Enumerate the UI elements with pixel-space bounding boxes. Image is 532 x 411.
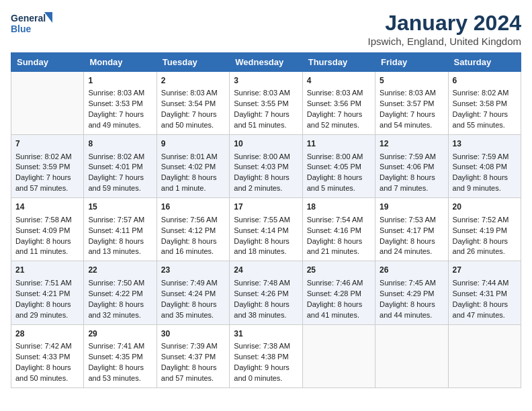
day-info: Sunrise: 7:48 AM [234,278,298,289]
day-number: 23 [161,265,225,276]
calendar-cell: 8Sunrise: 8:02 AMSunset: 4:01 PMDaylight… [84,135,157,198]
day-info: and 18 minutes. [234,246,298,257]
day-info: Sunrise: 8:03 AM [380,88,443,99]
day-info: Daylight: 8 hours [88,236,152,247]
day-info: Sunrise: 7:51 AM [15,278,79,289]
day-info: Sunrise: 8:00 AM [234,152,298,163]
day-info: and 7 minutes. [380,183,443,194]
day-info: Sunrise: 7:53 AM [380,215,443,226]
day-number: 24 [234,265,298,276]
calendar-week-row: 7Sunrise: 8:02 AMSunset: 3:59 PMDaylight… [11,135,521,198]
calendar-cell: 25Sunrise: 7:46 AMSunset: 4:28 PMDayligh… [302,261,375,324]
day-info: Sunset: 4:28 PM [307,289,371,300]
day-info: Daylight: 9 hours [234,363,298,373]
day-info: Daylight: 7 hours [161,109,225,120]
calendar-cell: 26Sunrise: 7:45 AMSunset: 4:29 PMDayligh… [375,261,448,324]
day-number: 21 [15,265,79,276]
day-info: Daylight: 8 hours [161,236,225,247]
day-info: Sunrise: 7:44 AM [453,278,517,289]
day-info: Sunset: 4:14 PM [234,226,298,236]
day-number: 4 [307,75,371,87]
day-info: and 51 minutes. [234,120,298,131]
day-info: and 49 minutes. [88,120,152,131]
day-number: 26 [380,265,443,276]
calendar-cell: 4Sunrise: 8:03 AMSunset: 3:56 PMDaylight… [302,72,375,135]
calendar-cell: 29Sunrise: 7:41 AMSunset: 4:35 PMDayligh… [84,324,157,387]
calendar-cell: 11Sunrise: 8:00 AMSunset: 4:05 PMDayligh… [302,135,375,198]
day-info: Sunrise: 7:54 AM [307,215,371,226]
day-info: Daylight: 8 hours [453,173,517,183]
day-info: and 11 minutes. [15,246,79,257]
logo: General Blue [11,11,58,39]
day-number: 22 [88,265,152,276]
calendar-cell: 15Sunrise: 7:57 AMSunset: 4:11 PMDayligh… [84,198,157,261]
day-info: Daylight: 8 hours [234,173,298,183]
day-info: and 44 minutes. [380,310,443,321]
day-info: Sunrise: 7:59 AM [380,152,443,163]
day-info: Sunrise: 8:02 AM [15,152,79,163]
calendar-cell: 19Sunrise: 7:53 AMSunset: 4:17 PMDayligh… [375,198,448,261]
calendar-cell: 7Sunrise: 8:02 AMSunset: 3:59 PMDaylight… [11,135,84,198]
day-info: Sunset: 4:12 PM [161,226,225,236]
day-info: Daylight: 8 hours [15,236,79,247]
day-number: 2 [161,75,225,87]
day-info: Daylight: 8 hours [88,363,152,373]
day-info: and 5 minutes. [307,183,371,194]
calendar-week-row: 21Sunrise: 7:51 AMSunset: 4:21 PMDayligh… [11,261,521,324]
day-info: Sunset: 4:35 PM [88,352,152,363]
day-number: 10 [234,138,298,150]
day-number: 14 [15,201,79,213]
day-info: Sunrise: 7:45 AM [380,278,443,289]
day-info: and 53 minutes. [88,373,152,384]
header-tuesday: Tuesday [157,53,229,72]
day-info: and 1 minute. [161,183,225,194]
day-info: and 29 minutes. [15,310,79,321]
day-number: 20 [453,201,517,213]
calendar-cell [302,324,375,387]
day-info: Daylight: 8 hours [88,300,152,310]
day-info: and 57 minutes. [161,373,225,384]
calendar-week-row: 1Sunrise: 8:03 AMSunset: 3:53 PMDaylight… [11,72,521,135]
day-number: 29 [88,328,152,340]
day-number: 5 [380,75,443,87]
day-number: 12 [380,138,443,150]
header-wednesday: Wednesday [230,53,302,72]
calendar-body: 1Sunrise: 8:03 AMSunset: 3:53 PMDaylight… [11,72,521,388]
day-info: Daylight: 8 hours [15,363,79,373]
calendar-cell: 24Sunrise: 7:48 AMSunset: 4:26 PMDayligh… [230,261,302,324]
day-info: Sunset: 4:11 PM [88,226,152,236]
calendar-cell [448,324,521,387]
day-info: Sunset: 3:57 PM [380,99,443,109]
day-number: 1 [88,75,152,87]
calendar-cell: 12Sunrise: 7:59 AMSunset: 4:06 PMDayligh… [375,135,448,198]
calendar-cell: 1Sunrise: 8:03 AMSunset: 3:53 PMDaylight… [84,72,157,135]
day-info: Sunset: 4:33 PM [15,352,79,363]
header-thursday: Thursday [302,53,375,72]
day-info: and 24 minutes. [380,246,443,257]
day-info: Sunrise: 8:00 AM [307,152,371,163]
calendar-cell: 16Sunrise: 7:56 AMSunset: 4:12 PMDayligh… [157,198,229,261]
day-info: Sunrise: 7:38 AM [234,341,298,352]
day-info: and 47 minutes. [453,310,517,321]
day-info: Sunset: 4:22 PM [88,289,152,300]
day-info: Daylight: 7 hours [88,109,152,120]
day-info: Daylight: 8 hours [453,236,517,247]
day-number: 31 [234,328,298,340]
day-info: and 41 minutes. [307,310,371,321]
day-number: 9 [161,138,225,150]
title-section: January 2024 Ipswich, England, United Ki… [368,11,521,47]
calendar-cell: 23Sunrise: 7:49 AMSunset: 4:24 PMDayligh… [157,261,229,324]
day-info: and 55 minutes. [453,120,517,131]
day-number: 6 [453,75,517,87]
day-info: and 26 minutes. [453,246,517,257]
calendar-table: Sunday Monday Tuesday Wednesday Thursday… [11,52,521,388]
page-title: January 2024 [368,11,521,36]
day-info: Sunrise: 8:02 AM [88,152,152,163]
day-number: 16 [161,201,225,213]
header-monday: Monday [84,53,157,72]
calendar-week-row: 28Sunrise: 7:42 AMSunset: 4:33 PMDayligh… [11,324,521,387]
day-info: Sunrise: 7:46 AM [307,278,371,289]
calendar-cell: 22Sunrise: 7:50 AMSunset: 4:22 PMDayligh… [84,261,157,324]
day-info: Daylight: 8 hours [307,236,371,247]
day-info: Sunset: 3:59 PM [15,162,79,173]
